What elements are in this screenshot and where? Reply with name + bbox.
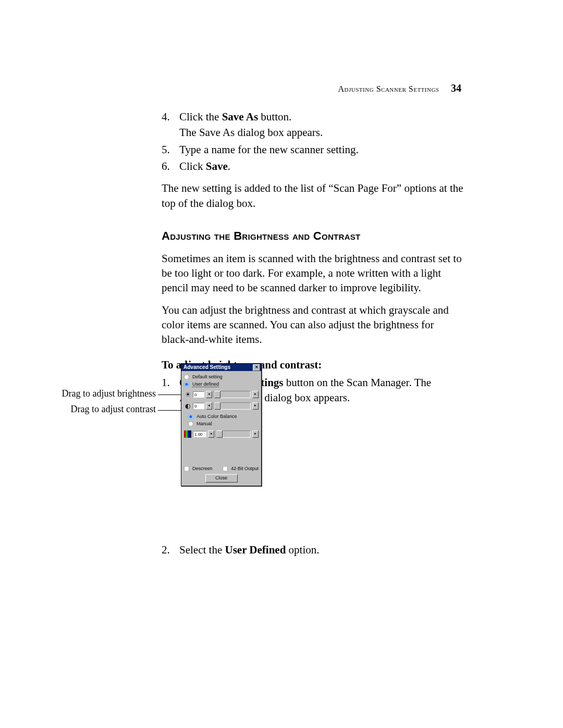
gamma-track[interactable]	[216, 430, 251, 438]
brightness-track[interactable]	[214, 391, 251, 398]
checkbox-input[interactable]	[223, 466, 228, 471]
step-bold: Save	[206, 160, 228, 172]
step-6: 6. Click Save.	[162, 159, 464, 174]
color-balance-icon	[184, 430, 191, 438]
contrast-slider-row: ◐ 0 ◂ ▸	[184, 401, 259, 411]
brightness-value[interactable]: 0	[193, 391, 204, 398]
step-2: 2. Select the User Defined option.	[162, 542, 464, 557]
checkbox-label: Descreen	[192, 466, 213, 471]
running-header: Adjusting Scanner Settings 34	[338, 82, 461, 94]
spin-left[interactable]: ◂	[206, 391, 212, 398]
step-bold: User Defined	[225, 544, 286, 556]
step-number: 5.	[162, 142, 179, 157]
slider-thumb[interactable]	[216, 430, 223, 438]
paragraph: Sometimes an item is scanned with the br…	[162, 251, 464, 295]
checkbox-input[interactable]	[184, 466, 189, 471]
callout-brightness: Drag to adjust brightness	[36, 388, 156, 399]
step-number: 1.	[162, 375, 179, 405]
radio-default-setting[interactable]: Default setting	[184, 373, 259, 380]
paragraph: The new setting is added to the list of …	[162, 181, 464, 211]
brightness-slider-row: ☀ 0 ◂ ▸	[184, 390, 259, 399]
spin-left[interactable]: ◂	[206, 402, 212, 410]
step-number: 4.	[162, 109, 179, 140]
step-5: 5. Type a name for the new scanner setti…	[162, 142, 464, 157]
gamma-slider-row: 1.00 ◂ ▸	[184, 429, 259, 439]
radio-input[interactable]	[188, 414, 193, 419]
radio-user-defined[interactable]: User defined	[184, 380, 259, 388]
checkbox-descreen[interactable]: Descreen	[184, 465, 213, 472]
spin-right[interactable]: ▸	[252, 402, 259, 410]
step-text: Type a name for the new scanner setting.	[179, 143, 359, 156]
checkbox-42bit-output[interactable]: 42-Bit Output	[223, 465, 259, 472]
contrast-track[interactable]	[214, 402, 251, 410]
paragraph: You can adjust the brightness and contra…	[162, 303, 464, 347]
callout-contrast: Drag to adjust contrast	[45, 404, 156, 415]
radio-label: Default setting	[192, 374, 223, 379]
step-continuation: The Save As dialog box appears.	[179, 125, 464, 140]
callout-line	[158, 394, 183, 395]
page-number: 34	[451, 82, 461, 94]
step-number: 6.	[162, 159, 179, 174]
close-icon[interactable]: ✕	[253, 364, 260, 371]
step-number: 2.	[162, 542, 179, 557]
step-text-post: button.	[258, 110, 291, 123]
contrast-icon: ◐	[184, 402, 191, 410]
section-heading: Adjusting the Brightness and Contrast	[162, 228, 464, 244]
radio-input[interactable]	[184, 381, 189, 387]
callout-line	[158, 410, 183, 411]
contrast-value[interactable]: 0	[193, 403, 204, 409]
dialog-titlebar: Advanced Settings ✕	[181, 364, 261, 371]
radio-manual[interactable]: Manual	[188, 420, 259, 427]
radio-label: Auto Color Balance	[197, 414, 237, 419]
body-column: 4. Click the Save As button. The Save As…	[162, 109, 464, 559]
checkbox-label: 42-Bit Output	[231, 466, 259, 471]
brightness-icon: ☀	[184, 391, 191, 398]
radio-auto-color-balance[interactable]: Auto Color Balance	[188, 413, 259, 420]
spin-right[interactable]: ▸	[252, 430, 259, 438]
running-head-text: Adjusting Scanner Settings	[338, 84, 439, 93]
radio-label: Manual	[197, 421, 212, 426]
close-button[interactable]: Close	[205, 474, 238, 483]
slider-thumb[interactable]	[214, 391, 221, 398]
advanced-settings-dialog-figure: Advanced Settings ✕ Default setting User…	[181, 363, 261, 486]
step-text: Click the	[179, 110, 222, 123]
step-text-post: .	[228, 160, 230, 172]
step-text-post: option.	[286, 544, 319, 556]
radio-input[interactable]	[184, 374, 189, 379]
step-text: Click	[179, 160, 206, 172]
step-text: Select the	[179, 544, 225, 556]
spin-left[interactable]: ◂	[208, 430, 214, 438]
radio-input[interactable]	[188, 421, 193, 426]
step-bold: Save As	[222, 110, 258, 123]
dialog-title: Advanced Settings	[183, 364, 230, 371]
dialog-bottom-row: Descreen 42-Bit Output	[184, 463, 259, 472]
spin-right[interactable]: ▸	[252, 391, 259, 398]
radio-label: User defined	[192, 381, 219, 387]
page: Adjusting Scanner Settings 34 4. Click t…	[0, 0, 563, 728]
slider-thumb[interactable]	[214, 402, 221, 410]
advanced-settings-dialog: Advanced Settings ✕ Default setting User…	[181, 363, 262, 486]
step-4: 4. Click the Save As button. The Save As…	[162, 109, 464, 140]
gamma-value[interactable]: 1.00	[193, 431, 206, 437]
